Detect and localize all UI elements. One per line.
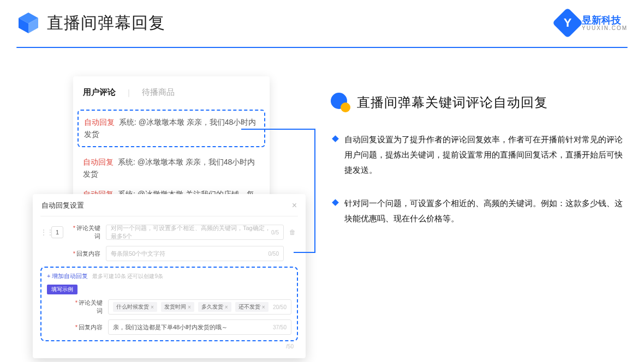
bullet-text: 针对同一个问题，可设置多个相近的、高频的关键词。例如：这款多少钱、这块能优惠吗、…: [344, 196, 625, 226]
screenshot-column: 用户评论 | 待播商品 自动回复 系统: @冰墩墩本墩 亲亲，我们48小时内发货…: [33, 76, 306, 343]
connector-line: [294, 252, 314, 253]
bullet-item: 针对同一个问题，可设置多个相近的、高频的关键词。例如：这款多少钱、这块能优惠吗、…: [333, 196, 625, 226]
example-row-keyword: *评论关键词 什么时候发货× 发货时间× 多久发货× 还不发货× 20/50: [47, 299, 291, 315]
autoreply-tag: 自动回复: [84, 118, 115, 126]
diamond-icon: [332, 199, 339, 206]
bullet-item: 自动回复设置为了提升作者的评论回复效率，作者可在开播前针对常见的评论用户问题，提…: [333, 132, 625, 177]
settings-row-keyword: ⋮⋮ 1 *评论关键词 对同一个问题，可设置多个相近、高频的关键词，Tag确定，…: [40, 224, 298, 240]
drag-handle-icon[interactable]: ⋮⋮: [40, 228, 46, 236]
cube-icon: [16, 11, 40, 35]
bullet-list: 自动回复设置为了提升作者的评论回复效率，作者可在开播前针对常见的评论用户问题，提…: [331, 132, 625, 226]
ex-keyword-input[interactable]: 什么时候发货× 发货时间× 多久发货× 还不发货× 20/50: [108, 299, 291, 315]
chat-bubble-icon: [331, 93, 350, 112]
outer-counter: /50: [40, 341, 298, 349]
example-badge: 填写示例: [47, 285, 77, 294]
example-highlight: + 增加自动回复 最多可建10条 还可以创建9条 填写示例 *评论关键词 什么时…: [40, 267, 298, 341]
reply-counter: 0/50: [269, 251, 279, 257]
ex-label-reply: *回复内容: [71, 323, 103, 331]
ex-reply-value: 亲，我们这边都是下单48小时内发货的哦～: [113, 323, 228, 331]
reply-input[interactable]: 每条限50个中文字符 0/50: [106, 246, 284, 261]
tab-pending-products[interactable]: 待播商品: [142, 87, 175, 98]
settings-title: 自动回复设置: [41, 201, 84, 210]
ex-reply-counter: 37/50: [273, 324, 287, 330]
page-header: 直播间弹幕回复 昱新科技 YUUXIN.COM: [16, 11, 628, 35]
tag-chip[interactable]: 还不发货×: [235, 302, 269, 312]
add-line: + 增加自动回复 最多可建10条 还可以创建9条: [47, 272, 291, 280]
row-label-reply: *回复内容: [69, 250, 100, 258]
comment-line: 自动回复 系统: @冰墩墩本墩 亲亲，我们48小时内发货: [83, 156, 260, 180]
section-heading: 直播间弹幕关键词评论自动回复: [331, 93, 625, 112]
ex-keyword-tags: 什么时候发货× 发货时间× 多久发货× 还不发货×: [113, 302, 271, 312]
row-label-keyword: *评论关键词: [69, 224, 100, 240]
settings-header: 自动回复设置 ×: [40, 201, 298, 216]
tab-separator: |: [128, 88, 130, 97]
brand-mark-icon: [552, 8, 583, 39]
comment-line: 自动回复 系统: @冰墩墩本墩 亲亲，我们48小时内发货: [84, 116, 259, 141]
tag-chip[interactable]: 发货时间×: [161, 302, 194, 312]
tag-chip[interactable]: 多久发货×: [198, 302, 231, 312]
add-autoreply-link[interactable]: + 增加自动回复: [47, 272, 88, 280]
index-box: 1: [51, 226, 63, 238]
keyword-placeholder: 对同一个问题，可设置多个相近、高频的关键词，Tag确定，最多5个: [111, 224, 271, 240]
connector-line: [314, 129, 315, 253]
header-divider: [16, 47, 628, 48]
brand-name: 昱新科技: [582, 15, 628, 25]
section-title: 直播间弹幕关键词评论自动回复: [357, 94, 548, 111]
tabs: 用户评论 | 待播商品: [83, 87, 260, 98]
example-row-reply: *回复内容 亲，我们这边都是下单48小时内发货的哦～ 37/50: [47, 319, 291, 335]
settings-row-reply: ⋮⋮ *回复内容 每条限50个中文字符 0/50 🗑: [40, 246, 298, 261]
connector-line: [241, 129, 314, 130]
tag-chip[interactable]: 什么时候发货×: [113, 302, 157, 312]
bullet-text: 自动回复设置为了提升作者的评论回复效率，作者可在开播前针对常见的评论用户问题，提…: [344, 132, 625, 177]
ex-label-keyword: *评论关键词: [71, 299, 103, 315]
autoreply-tag: 自动回复: [83, 158, 114, 166]
tab-user-comments[interactable]: 用户评论: [83, 87, 116, 98]
delete-icon[interactable]: 🗑: [289, 228, 298, 236]
ex-keyword-counter: 20/50: [273, 304, 287, 310]
keyword-input[interactable]: 对同一个问题，可设置多个相近、高频的关键词，Tag确定，最多5个 0/5: [106, 225, 284, 240]
add-hint: 最多可建10条 还可以创建9条: [92, 273, 163, 280]
highlighted-comment: 自动回复 系统: @冰墩墩本墩 亲亲，我们48小时内发货: [77, 110, 265, 147]
settings-card: 自动回复设置 × ⋮⋮ 1 *评论关键词 对同一个问题，可设置多个相近、高频的关…: [33, 194, 306, 358]
page-title: 直播间弹幕回复: [47, 12, 165, 34]
brand-logo: 昱新科技 YUUXIN.COM: [557, 12, 628, 34]
ex-reply-input[interactable]: 亲，我们这边都是下单48小时内发货的哦～ 37/50: [108, 319, 291, 335]
close-icon[interactable]: ×: [292, 201, 297, 210]
brand-sub: YUUXIN.COM: [582, 25, 628, 31]
system-label: 系统:: [118, 158, 135, 166]
keyword-counter: 0/5: [271, 230, 279, 236]
header-left: 直播间弹幕回复: [16, 11, 165, 35]
diamond-icon: [332, 135, 339, 142]
reply-placeholder: 每条限50个中文字符: [111, 250, 165, 258]
description-column: 直播间弹幕关键词评论自动回复 自动回复设置为了提升作者的评论回复效率，作者可在开…: [331, 93, 625, 245]
system-label: 系统:: [119, 118, 136, 126]
